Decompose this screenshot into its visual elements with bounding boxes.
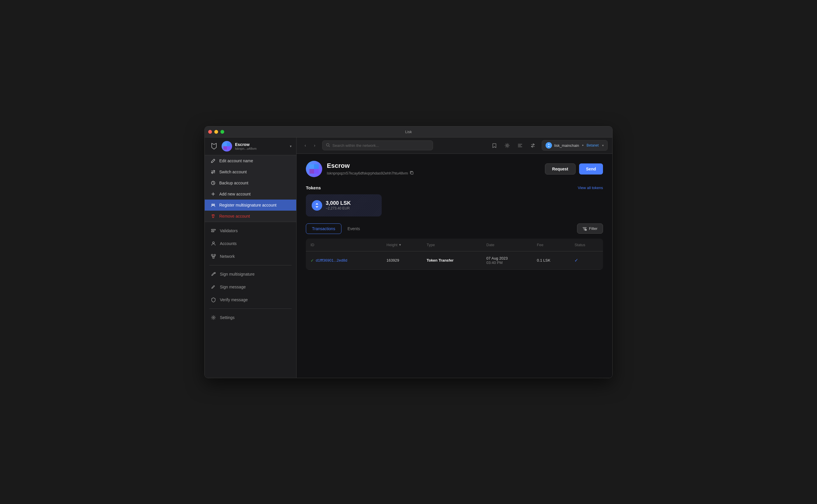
col-header-type: Type xyxy=(422,239,482,251)
dropdown-item-register-multisig[interactable]: Register multisignature account xyxy=(205,200,296,211)
nav-arrows: ‹ › xyxy=(301,141,319,149)
account-switcher[interactable]: Escrow lsknpn...u48vm ▾ xyxy=(205,138,296,155)
dropdown-item-backup-account[interactable]: Backup account xyxy=(205,177,296,188)
backup-icon xyxy=(211,180,216,186)
tokens-section-title: Tokens xyxy=(306,185,321,190)
request-button[interactable]: Request xyxy=(545,163,575,175)
sidebar-item-validators[interactable]: Validators xyxy=(205,224,296,237)
search-icon xyxy=(326,143,330,148)
dropdown-item-switch-account[interactable]: Switch account xyxy=(205,166,296,177)
search-bar[interactable] xyxy=(322,140,433,150)
maximize-button[interactable] xyxy=(221,130,224,134)
sidebar-item-accounts[interactable]: Accounts xyxy=(205,237,296,250)
tx-id: ✓ d1fff36901...2ed8d xyxy=(311,258,377,263)
pencil-icon xyxy=(211,158,216,163)
validators-icon xyxy=(211,228,217,234)
svg-rect-7 xyxy=(212,231,214,232)
tx-type-cell: Token Transfer xyxy=(422,251,482,269)
nav-forward-button[interactable]: › xyxy=(311,141,319,149)
svg-point-13 xyxy=(213,317,214,318)
close-button[interactable] xyxy=(208,130,212,134)
svg-rect-1 xyxy=(227,146,230,150)
tx-fee-cell: 0.1 LSK xyxy=(532,251,570,269)
chevron-down-icon: ▾ xyxy=(290,144,292,148)
table-row[interactable]: ✓ d1fff36901...2ed8d 163929 Token Transf… xyxy=(306,251,603,269)
height-sort[interactable]: Height ▼ xyxy=(387,243,418,247)
token-info: 3,000 LSK −2,273.40 EUR xyxy=(326,200,351,210)
tx-date-cell: 07 Aug 2023 03:40 PM xyxy=(482,251,532,269)
sidebar-item-sign-multisig[interactable]: Sign multisignature xyxy=(205,268,296,281)
sidebar-item-network[interactable]: Network xyxy=(205,250,296,263)
plus-icon xyxy=(211,191,216,197)
bookmark-icon[interactable] xyxy=(490,141,499,149)
sidebar-item-verify-message[interactable]: Verify message xyxy=(205,293,296,306)
app-body: Escrow lsknpn...u48vm ▾ Edit account nam… xyxy=(205,138,612,378)
account-address: lsknpn...u48vm xyxy=(235,147,287,150)
sidebar-item-settings[interactable]: Settings xyxy=(205,311,296,324)
main-content: ‹ › xyxy=(297,138,612,378)
col-header-date: Date xyxy=(482,239,532,251)
sidebar: Escrow lsknpn...u48vm ▾ Edit account nam… xyxy=(205,138,297,378)
svg-rect-6 xyxy=(212,229,216,230)
settings-icon xyxy=(211,315,217,320)
dropdown-item-edit-account-name[interactable]: Edit account name xyxy=(205,155,296,166)
send-button[interactable]: Send xyxy=(579,163,603,175)
sidebar-item-sign-message[interactable]: Sign message xyxy=(205,281,296,293)
account-dropdown-menu: Edit account name Switch account xyxy=(205,155,296,222)
top-bar-actions: lisk_mainchain • Betanet ▾ xyxy=(490,140,607,151)
lisk-logo xyxy=(210,142,219,151)
network-icon xyxy=(211,253,217,259)
svg-rect-19 xyxy=(309,169,314,174)
token-amount: 3,000 LSK xyxy=(326,200,351,206)
window-title: Lisk xyxy=(405,130,412,134)
col-header-status: Status xyxy=(570,239,603,251)
dropdown-item-add-new-account[interactable]: Add new account xyxy=(205,188,296,200)
view-all-tokens-link[interactable]: View all tokens xyxy=(578,186,603,190)
svg-rect-18 xyxy=(314,164,319,169)
trash-icon xyxy=(211,214,216,219)
network-type: Betanet xyxy=(587,143,598,147)
col-header-fee: Fee xyxy=(532,239,570,251)
svg-point-8 xyxy=(213,242,214,244)
sign-message-icon xyxy=(211,284,217,290)
dropdown-item-remove-account[interactable]: Remove account xyxy=(205,211,296,222)
svg-point-5 xyxy=(214,204,215,205)
svg-rect-2 xyxy=(227,143,230,146)
page-content: Escrow lsknpnpqzn57kcay6dfskqrphdas92ehh… xyxy=(297,154,612,378)
sidebar-nav: Validators Accounts xyxy=(205,222,296,378)
token-card[interactable]: 3,000 LSK −2,273.40 EUR xyxy=(306,194,382,216)
transactions-table: ID Height ▼ Type Date Fee Status xyxy=(306,239,603,270)
copy-icon[interactable] xyxy=(410,171,414,176)
tx-status-icon: ✓ xyxy=(574,258,578,263)
tx-status-cell: ✓ xyxy=(570,251,603,269)
svg-point-4 xyxy=(212,204,213,205)
svg-rect-3 xyxy=(223,146,227,150)
svg-rect-17 xyxy=(314,169,319,174)
svg-point-15 xyxy=(506,144,508,146)
account-page-name: Escrow xyxy=(327,162,540,170)
title-bar: Lisk xyxy=(205,126,612,138)
traffic-lights xyxy=(208,130,224,134)
tab-events[interactable]: Events xyxy=(341,223,366,234)
nav-back-button[interactable]: ‹ xyxy=(301,141,309,149)
divider-1 xyxy=(210,265,292,265)
account-avatar xyxy=(222,141,232,151)
tab-transactions[interactable]: Transactions xyxy=(306,223,341,234)
col-header-height[interactable]: Height ▼ xyxy=(382,239,422,251)
account-page-address: lsknpnpqzn57kcay6dfskqrphdas92ehh7htu48v… xyxy=(327,171,540,176)
filter-button[interactable]: Filter xyxy=(577,223,603,234)
col-header-id: ID xyxy=(306,239,382,251)
network-selector[interactable]: lisk_mainchain • Betanet ▾ xyxy=(542,140,607,151)
svg-rect-0 xyxy=(223,143,227,146)
minimize-button[interactable] xyxy=(214,130,218,134)
transaction-icon[interactable] xyxy=(529,141,537,149)
search-input[interactable] xyxy=(332,143,429,148)
sign-multisig-icon xyxy=(211,271,217,277)
app-window: Lisk xyxy=(205,126,612,378)
verify-icon xyxy=(211,297,217,303)
multisig-icon xyxy=(211,202,216,208)
menu-icon[interactable] xyxy=(516,141,524,149)
svg-rect-20 xyxy=(411,172,413,174)
tx-height-cell: 163929 xyxy=(382,251,422,269)
sun-icon[interactable] xyxy=(503,141,511,149)
